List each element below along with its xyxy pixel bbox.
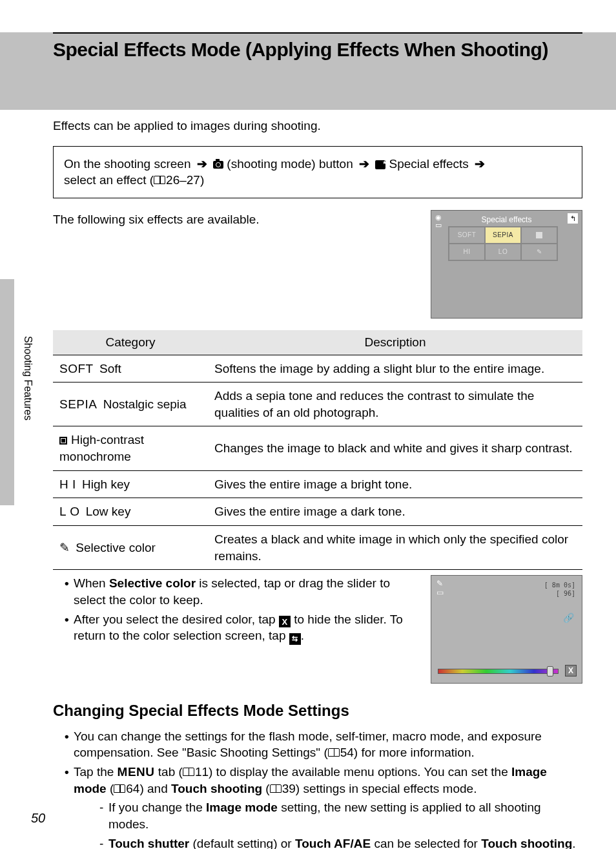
x-close-icon: X bbox=[279, 616, 291, 627]
effect-name: High-contrast monochrome bbox=[59, 433, 144, 463]
nav-text: select an effect ( bbox=[64, 173, 154, 187]
text: ) to display the available menu options.… bbox=[209, 765, 511, 779]
effect-name: Low key bbox=[86, 505, 131, 518]
effect-code: SOFT bbox=[59, 362, 94, 375]
link-icon: 🔗 bbox=[563, 612, 574, 624]
bold-term: Touch shooting bbox=[171, 782, 262, 795]
monochrome-icon bbox=[59, 437, 67, 445]
special-effects-icon bbox=[375, 160, 385, 169]
bold-term: Touch AF/AE bbox=[295, 837, 371, 849]
effect-name: Selective color bbox=[76, 541, 156, 554]
grid-cell: HI bbox=[449, 244, 485, 260]
effect-name: High key bbox=[82, 477, 130, 491]
table-header: Description bbox=[208, 330, 582, 355]
page-number: 50 bbox=[31, 811, 45, 826]
grid-cell: ✎ bbox=[521, 244, 557, 260]
page-ref: 39 bbox=[282, 781, 296, 797]
arrow-icon: ➔ bbox=[359, 157, 369, 171]
text: ) settings in special effects mode. bbox=[296, 782, 477, 795]
nav-text: On the shooting screen bbox=[64, 157, 190, 171]
effect-desc: Adds a sepia tone and reduces the contra… bbox=[208, 383, 582, 426]
nav-text: Special effects bbox=[389, 157, 469, 171]
arrow-icon: ➔ bbox=[475, 157, 485, 171]
back-icon: ↰ bbox=[568, 213, 578, 224]
effect-name: Soft bbox=[99, 362, 121, 375]
brush-icon: ✎ bbox=[59, 540, 70, 556]
available-text: The following six effects are available. bbox=[53, 210, 418, 228]
table-row: SOFT Soft Softens the image by adding a … bbox=[53, 355, 582, 383]
grid-cell: LO bbox=[485, 244, 521, 260]
text: ) and bbox=[139, 782, 171, 795]
bold-term: Selective color bbox=[109, 576, 196, 590]
effect-code: H I bbox=[59, 477, 76, 491]
effect-desc: Gives the entire image a dark tone. bbox=[208, 498, 582, 526]
grid-cell: SOFT bbox=[449, 227, 485, 244]
preview-mode-icon: ✎▭ bbox=[436, 580, 444, 596]
side-tab bbox=[0, 279, 14, 505]
text: (default setting) or bbox=[189, 837, 295, 849]
page-ref: 11 bbox=[195, 764, 209, 781]
table-row: ✎ Selective color Creates a black and wh… bbox=[53, 526, 582, 570]
nav-text: (shooting mode) button bbox=[227, 157, 353, 171]
text: ( bbox=[107, 782, 114, 795]
table-header: Category bbox=[53, 330, 208, 355]
effects-table: Category Description SOFT Soft Softens t… bbox=[53, 330, 582, 570]
list-item: You can change the settings for the flas… bbox=[65, 728, 582, 761]
effect-desc: Softens the image by adding a slight blu… bbox=[208, 355, 582, 383]
preview-title: Special effects bbox=[449, 215, 564, 225]
screen-preview-effects-grid: ◉▭ Special effects ↰ SOFT SEPIA HI LO ✎ bbox=[431, 210, 582, 319]
text: . bbox=[301, 629, 304, 642]
book-ref-icon bbox=[114, 784, 125, 793]
menu-label: MENU bbox=[118, 765, 155, 779]
text: If you change the bbox=[108, 801, 206, 814]
text: Tap the bbox=[74, 765, 118, 779]
slider-knob bbox=[547, 666, 553, 676]
bold-term: Touch shooting bbox=[481, 837, 572, 849]
list-item: After you select the desired color, tap … bbox=[65, 611, 418, 645]
table-row: High-contrast monochrome Changes the ima… bbox=[53, 426, 582, 470]
text: . bbox=[572, 837, 575, 849]
subheading: Changing Special Effects Mode Settings bbox=[53, 700, 582, 721]
table-row: L O Low key Gives the entire image a dar… bbox=[53, 498, 582, 526]
effect-desc: Creates a black and white image in which… bbox=[208, 526, 582, 570]
screen-preview-selective-color: ✎▭ [ 8m 0s][ 96] 🔗 X bbox=[431, 575, 582, 684]
text: When bbox=[74, 576, 109, 590]
intro-text: Effects can be applied to images during … bbox=[53, 118, 582, 134]
nav-text: ) bbox=[200, 173, 204, 187]
book-ref-icon bbox=[328, 748, 340, 757]
table-row: SEPIA Nostalgic sepia Adds a sepia tone … bbox=[53, 383, 582, 426]
bold-term: Touch shutter bbox=[108, 837, 189, 849]
book-ref-icon bbox=[270, 784, 282, 793]
table-row: H I High key Gives the entire image a br… bbox=[53, 470, 582, 498]
effect-desc: Gives the entire image a bright tone. bbox=[208, 470, 582, 498]
text: ) for more information. bbox=[354, 746, 475, 759]
text: tab ( bbox=[155, 765, 183, 779]
preview-mode-icon: ◉▭ bbox=[435, 213, 442, 229]
page-ref: 54 bbox=[340, 744, 354, 761]
color-slider bbox=[438, 669, 559, 674]
effect-desc: Changes the image to black and white and… bbox=[208, 426, 582, 470]
sub-list-item: Touch shutter (default setting) or Touch… bbox=[99, 835, 582, 849]
sub-list-item: If you change the Image mode setting, th… bbox=[99, 799, 582, 832]
list-item: Tap the MENU tab (11) to display the ava… bbox=[65, 764, 582, 849]
grid-cell bbox=[521, 227, 557, 244]
arrow-icon: ➔ bbox=[197, 157, 207, 171]
page-ref: 64 bbox=[126, 781, 139, 797]
text: After you select the desired color, tap bbox=[74, 613, 279, 626]
page-ref: 26–27 bbox=[166, 172, 200, 189]
book-ref-icon bbox=[154, 176, 165, 184]
effect-code: L O bbox=[59, 505, 79, 518]
effect-code: SEPIA bbox=[59, 397, 97, 411]
grid-cell-selected: SEPIA bbox=[485, 227, 521, 244]
effect-name: Nostalgic sepia bbox=[103, 397, 187, 411]
navigation-path-box: On the shooting screen ➔ (shooting mode)… bbox=[53, 146, 582, 198]
slider-toggle-icon: ⇆ bbox=[289, 633, 301, 645]
close-slider-button: X bbox=[565, 665, 577, 676]
camera-icon bbox=[213, 161, 223, 169]
bold-term: Image mode bbox=[206, 801, 278, 814]
text: ( bbox=[262, 782, 270, 795]
preview-status-text: [ 8m 0s][ 96] bbox=[544, 581, 575, 598]
text: can be selected for bbox=[371, 837, 481, 849]
section-label: Shooting Features bbox=[22, 336, 34, 421]
list-item: When Selective color is selected, tap or… bbox=[65, 575, 418, 608]
